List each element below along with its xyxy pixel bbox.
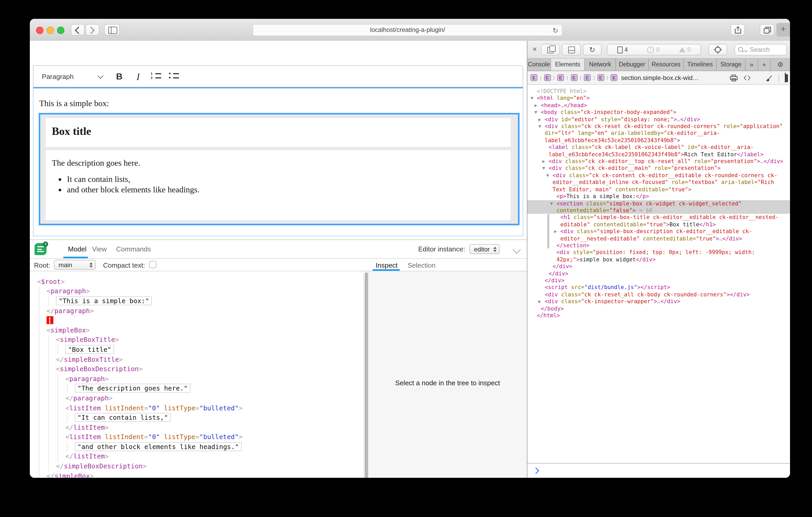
devtools-search-field[interactable]: Search xyxy=(734,44,787,55)
sidebar-toggle-button[interactable] xyxy=(104,24,120,35)
element-badge[interactable]: E xyxy=(557,74,564,81)
dom-tree-row[interactable]: <div class="ck ck-reset_all ck-body ck-r… xyxy=(527,291,790,298)
dom-tree-row[interactable]: ▶<div class="simple-box-description ck-e… xyxy=(527,228,790,242)
compact-text-checkbox[interactable] xyxy=(149,261,156,268)
tab-elements[interactable]: Elements xyxy=(551,59,585,70)
element-badge[interactable]: E xyxy=(530,74,537,81)
simple-box-widget[interactable]: Box title The description goes here. It … xyxy=(39,113,520,225)
tab-overview-button[interactable] xyxy=(760,24,774,35)
model-tree-row[interactable]: </paragraph> xyxy=(37,393,363,403)
dom-tree-row[interactable]: <p>This is a simple box:</p> xyxy=(527,193,790,200)
print-styles-button[interactable] xyxy=(730,74,738,82)
paragraph-dropdown[interactable]: Paragraph xyxy=(42,73,74,81)
box-description-text[interactable]: The description goes here. xyxy=(52,158,511,168)
model-tree-row[interactable]: [ xyxy=(37,315,363,325)
tab-timelines[interactable]: Timelines xyxy=(684,59,717,70)
disclosure-closed-icon[interactable]: ▶ xyxy=(539,299,541,306)
disclosure-closed-icon[interactable]: ▶ xyxy=(554,229,557,236)
dom-tree-row[interactable]: </div> xyxy=(527,263,790,270)
model-tree-row[interactable]: "and other block elements like headings.… xyxy=(37,442,363,451)
dom-tree-row[interactable]: <!DOCTYPE html> xyxy=(527,88,790,95)
dom-tree-row[interactable]: ▼<body class="ck-inspector-body-expanded… xyxy=(527,109,790,116)
model-tree-row[interactable]: </simpleBoxTitle> xyxy=(37,355,363,364)
model-tree-row[interactable]: </listItem> xyxy=(37,422,363,432)
dom-tree-row[interactable]: <h1 class="simple-box-title ck-editor__e… xyxy=(527,214,790,228)
disclosure-closed-icon[interactable]: ▶ xyxy=(539,116,541,123)
element-badge[interactable]: E xyxy=(571,74,577,81)
bold-button[interactable]: B xyxy=(113,70,125,83)
details-sidebar-button[interactable] xyxy=(785,73,786,83)
simple-box-description-area[interactable]: The description goes here. It can contai… xyxy=(46,150,511,220)
more-tabs-button[interactable]: » xyxy=(746,59,758,70)
dock-side-button[interactable] xyxy=(562,44,581,55)
tab-commands[interactable]: Commands xyxy=(116,245,151,253)
element-badge[interactable]: E xyxy=(584,74,591,81)
tab-console[interactable]: Console xyxy=(527,59,551,70)
close-devtools-button[interactable]: × xyxy=(529,44,540,54)
simple-box-title-area[interactable]: Box title xyxy=(46,118,511,147)
element-badge[interactable]: E xyxy=(597,74,604,81)
tab-inspect[interactable]: Inspect xyxy=(376,262,398,269)
disclosure-closed-icon[interactable]: ▶ xyxy=(542,158,545,165)
tab-network[interactable]: Network xyxy=(585,59,616,70)
numbered-list-button[interactable]: 12 xyxy=(151,72,161,81)
disclosure-closed-icon[interactable]: ▶ xyxy=(534,102,537,110)
intro-paragraph[interactable]: This is a simple box: xyxy=(39,99,523,108)
dom-tree-row[interactable]: </div> xyxy=(527,270,790,277)
model-text-node[interactable]: "Box title" xyxy=(65,345,114,354)
settings-button[interactable]: ⚙ xyxy=(771,59,790,70)
dom-tree-row[interactable]: ▶<div class="ck-inspector-wrapper">…</di… xyxy=(527,298,790,305)
model-tree-row[interactable]: "It can contain lists," xyxy=(37,413,363,422)
model-text-node[interactable]: "and other block elements like headings.… xyxy=(75,442,241,451)
model-tree-row[interactable]: <paragraph> xyxy=(37,286,363,296)
italic-button[interactable]: I xyxy=(132,70,144,83)
model-text-node[interactable]: "It can contain lists," xyxy=(75,413,171,422)
show-source-button[interactable] xyxy=(744,75,751,81)
disclosure-open-icon[interactable]: ▼ xyxy=(546,173,549,180)
model-text-node[interactable]: "The description goes here." xyxy=(75,384,190,393)
dom-tree-row[interactable]: ▼<div class="ck ck-editor__main" role="p… xyxy=(527,165,790,172)
quick-console[interactable] xyxy=(527,463,790,478)
dom-tree-row[interactable]: ▶<head>…</head> xyxy=(527,102,790,109)
new-tab-button[interactable]: + xyxy=(776,23,790,37)
dom-tree-row[interactable]: </body> xyxy=(527,305,790,312)
model-tree-row[interactable]: <$root> xyxy=(37,277,363,286)
model-tree-scrollbar[interactable] xyxy=(363,271,368,478)
model-tree-row[interactable]: </simpleBox> xyxy=(37,471,363,478)
tab-selection[interactable]: Selection xyxy=(408,262,436,269)
dom-tree-row[interactable]: ▼<div class="ck ck-content ck-editor__ed… xyxy=(527,172,790,193)
add-tab-button[interactable]: + xyxy=(758,59,771,70)
list-item[interactable]: It can contain lists, xyxy=(67,175,511,184)
model-text-node[interactable]: "This is a simple box:" xyxy=(56,296,152,305)
disclosure-open-icon[interactable]: ▼ xyxy=(534,109,537,116)
model-tree-row[interactable]: "The description goes here." xyxy=(37,384,363,393)
minimize-window-button[interactable] xyxy=(47,27,54,34)
element-badge[interactable]: E xyxy=(611,74,617,81)
force-pseudo-button[interactable] xyxy=(766,74,773,81)
zoom-window-button[interactable] xyxy=(57,27,64,34)
dom-tree-row[interactable]: <div style="position: fixed; top: 0px; l… xyxy=(527,249,790,263)
layout-grid-button[interactable] xyxy=(757,73,760,83)
close-window-button[interactable] xyxy=(36,27,44,34)
breadcrumb-current-node[interactable]: section.simple-box.ck-wid… xyxy=(621,74,699,81)
model-tree-row[interactable]: "This is a simple box:" xyxy=(37,296,363,306)
bulleted-list-button[interactable] xyxy=(169,72,179,81)
dom-tree-row[interactable]: <script src="dist/bundle.js"></script> xyxy=(527,284,790,291)
box-title-text[interactable]: Box title xyxy=(46,118,511,138)
model-tree-row[interactable]: <simpleBoxTitle> xyxy=(37,335,363,344)
disclosure-open-icon[interactable]: ▼ xyxy=(542,165,545,173)
dom-tree-row[interactable]: <label class="ck ck-label ck-voice-label… xyxy=(527,144,790,158)
dom-tree-row[interactable]: </div> xyxy=(527,277,790,284)
model-tree-row[interactable]: </simpleBoxDescription> xyxy=(37,461,363,471)
tab-debugger[interactable]: Debugger xyxy=(616,59,649,70)
address-bar[interactable]: localhost/creating-a-plugin/ ↻ xyxy=(253,24,562,36)
dom-tree-row[interactable]: ▼<section class="simple-box ck-widget ck… xyxy=(527,200,790,214)
reload-icon[interactable]: ↻ xyxy=(552,25,558,36)
model-tree-row[interactable]: <paragraph> xyxy=(37,374,363,384)
share-button[interactable] xyxy=(730,24,745,35)
tab-view[interactable]: View xyxy=(92,245,107,253)
disclosure-open-icon[interactable]: ▼ xyxy=(539,123,541,130)
element-picker-button[interactable] xyxy=(708,44,727,55)
list-item[interactable]: and other block elements like headings. xyxy=(67,185,511,194)
issues-summary-button[interactable]: 4 ! 0 0 xyxy=(607,44,701,55)
